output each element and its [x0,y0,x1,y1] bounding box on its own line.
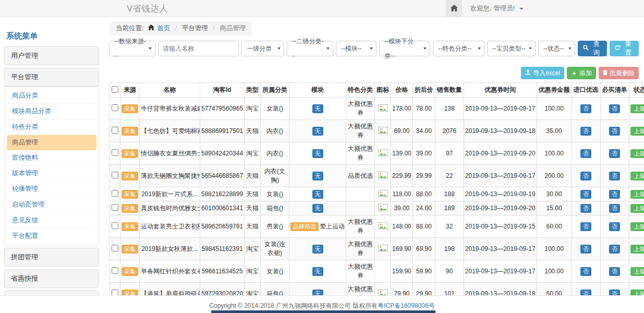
filter-select-item-type[interactable]: --宝贝类型-- [487,41,536,56]
column-header: 价格 [391,83,413,98]
status-badge[interactable]: 上架 [630,222,644,231]
app-title: V省钱达人 [127,0,168,17]
batch-delete-button[interactable]: 批量删除 [599,67,639,79]
search-button[interactable]: 查询 [578,41,607,56]
status-badge[interactable]: 上架 [630,127,644,136]
upload-icon [525,69,531,77]
sidebar-subitem[interactable]: 版本管理 [7,166,96,182]
import-select-toggle[interactable]: 否 [580,204,591,213]
home-button[interactable] [446,0,462,17]
chevron-down-icon [478,47,481,50]
add-button[interactable]: ＋ 添加 [567,67,596,79]
import-select-toggle[interactable]: 否 [580,267,591,276]
sidebar-menu-item[interactable]: 省惠快报 [4,269,99,288]
row-checkbox[interactable] [112,104,118,111]
status-badge[interactable]: 上架 [630,267,644,276]
must-buy-toggle[interactable]: 否 [609,222,620,231]
taoke-id: 598451162391 [200,238,245,260]
status-badge[interactable]: 上架 [630,245,644,254]
import-select-toggle[interactable]: 否 [580,190,591,199]
breadcrumb-separator: / [213,25,214,32]
must-buy-toggle[interactable]: 否 [609,172,620,180]
sidebar-subitem[interactable]: 意见反馈 [7,213,96,228]
status-badge[interactable]: 上架 [630,190,644,199]
source-badge: 采集 [121,190,138,199]
product-name: 真皮钱包时尚优雅女士... [140,201,200,215]
product-category: 内衣() [261,120,289,142]
import-select-toggle[interactable]: 否 [580,104,591,113]
must-buy-toggle[interactable]: 否 [609,245,620,254]
sales-count: 188 [435,187,464,201]
status-badge[interactable]: 上架 [630,104,644,113]
product-name: 情侣睡衣女夏丝绸男士... [140,142,200,165]
import-select-toggle[interactable]: 否 [580,127,591,136]
sidebar-subitem[interactable]: 宣传物料 [7,150,96,166]
must-buy-toggle[interactable]: 否 [609,149,620,158]
sidebar-menu-item[interactable]: 用户管理 [4,46,99,65]
must-buy-toggle[interactable]: 否 [609,190,620,199]
sales-count: 138 [435,98,464,120]
sales-count: 32 [435,215,464,238]
status-badge[interactable]: 上架 [630,204,644,213]
filter-select-module[interactable]: --模块-- [336,41,376,56]
module-badge: 无 [312,127,323,136]
sales-count: 198 [435,238,464,260]
row-checkbox[interactable] [112,172,118,178]
row-checkbox[interactable] [112,127,118,134]
import-select-toggle[interactable]: 否 [580,245,591,254]
row-checkbox[interactable] [112,190,118,197]
coupon-time: 2019-09-13—2019-09-17 [464,98,537,120]
reset-button[interactable]: 重置 [610,41,639,56]
taoke-id: 596611634525 [200,260,245,283]
filter-select-level1-category[interactable]: 一级分类 [241,41,284,56]
import-select-toggle[interactable]: 否 [580,149,591,158]
source-badge: 采集 [121,127,138,136]
must-buy-toggle[interactable]: 否 [609,267,620,276]
row-checkbox[interactable] [112,245,118,251]
module-cell: 无 [312,245,323,252]
discount-price: 88.00 [412,215,435,238]
breadcrumb-home-link[interactable]: 首页 [157,25,170,32]
row-checkbox[interactable] [112,149,118,156]
filter-select-status[interactable]: --状态-- [538,41,575,56]
coupon-amount: 60.00 [537,215,572,238]
row-checkbox[interactable] [112,267,118,274]
icp-link[interactable]: 粤ICP备16098006号 [378,302,434,309]
sidebar-subitem[interactable]: 平台配置 [7,228,96,244]
sidebar-subitem[interactable]: 商品分类 [7,88,96,104]
filter-select-module-subcategory[interactable]: --模块下分类-- [379,41,430,56]
filter-select-level2-category[interactable]: --二级分类-- [287,41,333,56]
product-name-input[interactable] [158,41,239,56]
filter-select-data-source[interactable]: --数据来源-- [110,41,155,56]
status-badge[interactable]: 上架 [630,172,644,180]
import-excel-button[interactable]: 导入excel [521,67,564,79]
filter-select-feature-category[interactable]: --特色分类-- [433,41,484,56]
coupon-amount: 100.00 [537,142,572,165]
module-cell: 无 [312,150,323,157]
sidebar-menu-item[interactable]: 拼团管理 [4,248,99,267]
user-menu[interactable]: 欢迎您, 管理员! [470,0,524,17]
sidebar-subitem[interactable]: 商品管理 [7,135,96,150]
chevron-down-icon [277,47,281,50]
sidebar-menu-item[interactable]: 消息管理 [4,291,99,295]
import-select-toggle[interactable]: 否 [580,172,591,180]
row-checkbox[interactable] [112,222,118,229]
sidebar-subitem[interactable]: 特色分类 [7,119,96,135]
breadcrumb-section[interactable]: 平台管理 [182,25,208,32]
search-icon [583,45,589,52]
import-select-toggle[interactable]: 否 [580,222,591,231]
product-type: 淘宝 [245,142,261,165]
status-badge[interactable]: 上架 [630,149,644,158]
table-row: 采集牛仔背带裤女秋装减龄...577479560965淘宝女装()无大额优惠券1… [110,98,644,120]
must-buy-toggle[interactable]: 否 [609,127,620,136]
sidebar-subitem[interactable]: 轮播管理 [7,182,96,197]
select-all-checkbox[interactable] [112,86,118,93]
must-buy-toggle[interactable]: 否 [609,204,620,213]
sidebar-subitem[interactable]: 启动页管理 [7,197,96,213]
must-buy-toggle[interactable]: 否 [609,104,620,113]
row-checkbox[interactable] [112,204,118,211]
sidebar-subitem[interactable]: 模块商品分类 [7,104,96,119]
sidebar-menu-item[interactable]: 平台管理 [4,68,99,87]
table-toolbar: 导入excel ＋ 添加 批量删除 [110,67,639,79]
feature-category [346,201,375,215]
